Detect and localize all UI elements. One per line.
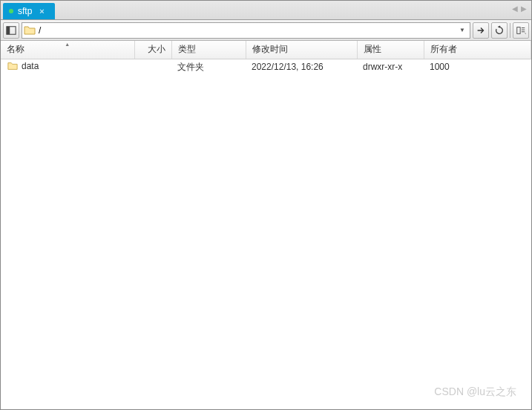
file-listing: ▲名称 大小 类型 修改时间 属性 所有者 data文件夹2022/12/13,…: [1, 41, 531, 409]
file-owner: 1000: [424, 59, 531, 75]
file-name: data: [22, 61, 39, 71]
address-bar[interactable]: ▼: [22, 22, 470, 39]
sort-asc-icon: ▲: [65, 42, 70, 47]
status-dot-icon: [9, 9, 13, 13]
svg-rect-1: [7, 26, 10, 34]
svg-rect-2: [517, 27, 520, 33]
tab-bar: sftp × ◀ ▶: [1, 1, 531, 20]
separator: [510, 23, 510, 38]
col-name[interactable]: ▲名称: [1, 41, 134, 59]
panel-icon: [6, 25, 16, 36]
col-size[interactable]: 大小: [134, 41, 171, 59]
toolbar: ▼: [1, 20, 531, 41]
column-header-row: ▲名称 大小 类型 修改时间 属性 所有者: [1, 41, 531, 59]
col-owner[interactable]: 所有者: [424, 41, 531, 59]
list-view-icon: [516, 25, 526, 36]
arrow-right-icon: [476, 25, 486, 36]
tab-nav: ◀ ▶: [512, 4, 527, 13]
go-button[interactable]: [473, 22, 489, 39]
next-tab-icon[interactable]: ▶: [521, 4, 527, 13]
file-attr: drwxr-xr-x: [357, 59, 424, 75]
file-type: 文件夹: [171, 59, 246, 75]
col-type[interactable]: 类型: [171, 41, 246, 59]
file-size: [134, 59, 171, 75]
folder-icon: [7, 61, 19, 71]
col-mtime[interactable]: 修改时间: [246, 41, 357, 59]
toggle-sidebar-button[interactable]: [3, 22, 19, 39]
tab-sftp[interactable]: sftp ×: [3, 3, 55, 19]
tab-label: sftp: [18, 6, 32, 16]
refresh-icon: [494, 25, 505, 36]
col-attr[interactable]: 属性: [357, 41, 424, 59]
file-mtime: 2022/12/13, 16:26: [246, 59, 357, 75]
path-input[interactable]: [39, 25, 456, 36]
view-options-button[interactable]: [513, 22, 529, 39]
table-row[interactable]: data文件夹2022/12/13, 16:26drwxr-xr-x1000: [1, 59, 531, 75]
close-icon[interactable]: ×: [39, 7, 44, 16]
folder-icon: [24, 25, 36, 36]
refresh-button[interactable]: [491, 22, 508, 39]
chevron-down-icon[interactable]: ▼: [456, 27, 468, 33]
prev-tab-icon[interactable]: ◀: [512, 4, 518, 13]
